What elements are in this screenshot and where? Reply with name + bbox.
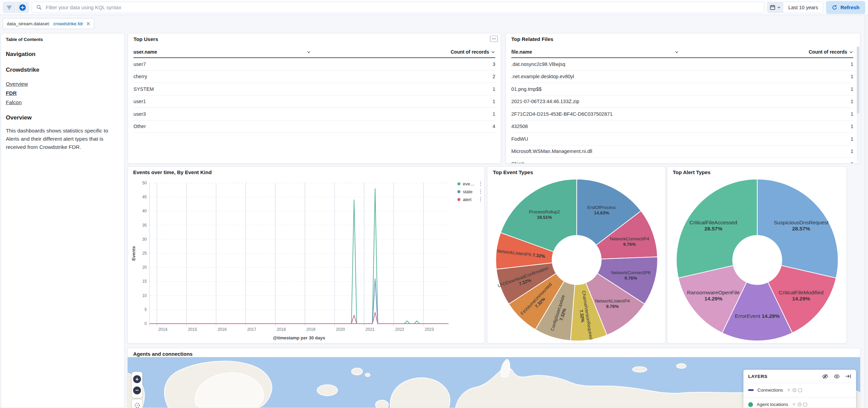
x-tick-label: 2020: [336, 327, 345, 332]
table-row[interactable]: ShipIt1: [511, 158, 853, 163]
toc-link-fdr[interactable]: FDR: [6, 90, 119, 96]
legend-menu-icon[interactable]: [480, 197, 482, 202]
layer-checkbox-icon[interactable]: [803, 403, 807, 407]
time-range-label: Last 10 years: [788, 5, 818, 10]
calendar-menu-button[interactable]: [767, 2, 783, 13]
y-tick-label: 15: [142, 279, 147, 284]
layer-row-connections[interactable]: Connections: [743, 383, 856, 397]
x-tick-label: 2023: [425, 327, 434, 332]
zoom-out-button[interactable]: −: [133, 386, 141, 394]
table-row[interactable]: user73: [133, 58, 495, 71]
kql-search-bar[interactable]: [32, 2, 764, 13]
x-tick-label: 2019: [306, 327, 315, 332]
map-layers-panel: LAYERS Conne: [743, 370, 856, 408]
close-icon[interactable]: [86, 22, 90, 26]
add-filter-button[interactable]: [16, 2, 29, 13]
table-row[interactable]: 2F71C2D4-D215-453E-BF4C-D6C0375028711: [511, 108, 853, 121]
table-row[interactable]: cherry2: [133, 71, 495, 83]
legend-label: state: [463, 189, 477, 194]
filter-pill[interactable]: data_stream.dataset: crowdstrike.fdr: [3, 18, 94, 29]
panel-title: Top Alert Types: [673, 169, 711, 175]
collapse-layers-icon[interactable]: [845, 374, 851, 379]
show-all-layers-icon[interactable]: [834, 374, 840, 379]
toc-link-falcon[interactable]: Falcon: [6, 99, 119, 105]
layer-time-icon[interactable]: [792, 388, 797, 392]
chevron-down-icon: [777, 6, 781, 9]
panel-options-button[interactable]: [490, 36, 498, 42]
sort-chevron-icon[interactable]: [307, 50, 311, 54]
cell-key: SYSTEM: [133, 86, 154, 92]
top-related-files-table: file.nameCount of records.dat.nosync2c98…: [511, 46, 853, 163]
time-range-button[interactable]: Last 10 years: [783, 2, 823, 13]
layer-filter-icon[interactable]: [792, 403, 796, 406]
layer-name[interactable]: Connections: [757, 388, 783, 393]
cell-value: 1: [851, 111, 853, 117]
y-tick-label: 50: [142, 181, 147, 185]
layer-name[interactable]: Agent locations: [757, 402, 788, 407]
table-row[interactable]: 4325081: [511, 121, 853, 133]
alert-types-donut-chart: SuspiciousDnsRequest28.57%CriticalFileMo…: [667, 175, 847, 343]
cell-key: 01.png.tmp$$: [511, 86, 542, 92]
table-row[interactable]: 2021-07-06T23:44:46.133Z.zip1: [511, 96, 853, 108]
legend-menu-icon[interactable]: [480, 189, 482, 194]
panel-title: Agents and connections: [133, 351, 193, 357]
series-line-alert: [150, 312, 449, 324]
layer-checkbox-icon[interactable]: [798, 388, 802, 392]
refresh-button[interactable]: Refresh: [826, 1, 865, 14]
hide-all-layers-icon[interactable]: [822, 374, 828, 379]
table-row[interactable]: .net.example.desktop.ev80yl1: [511, 71, 853, 83]
table-row[interactable]: .dat.nosync2c98.VBwjsq1: [511, 58, 853, 71]
legend-item[interactable]: state: [457, 189, 482, 194]
table-scrollbar[interactable]: [857, 46, 859, 162]
layer-row-agent-locations[interactable]: Agent locations: [743, 397, 856, 408]
column-header[interactable]: file.name: [511, 49, 532, 55]
toc-link-overview[interactable]: Overview: [6, 81, 119, 87]
column-header[interactable]: user.name: [133, 49, 157, 55]
y-tick-label: 20: [142, 265, 147, 270]
table-header-row: user.nameCount of records: [133, 46, 495, 58]
table-row[interactable]: Microsoft.WSMan.Management.ni.dll1: [511, 145, 853, 158]
cell-value: 1: [851, 136, 853, 142]
table-row[interactable]: user31: [133, 108, 495, 121]
legend-label: eve…: [463, 181, 477, 186]
cell-key: 2021-07-06T23:44:46.133Z.zip: [511, 99, 579, 104]
layer-time-icon[interactable]: [797, 402, 802, 407]
column-header[interactable]: Count of records: [451, 49, 489, 55]
zoom-in-button[interactable]: +: [133, 375, 141, 383]
legend-item[interactable]: eve…: [457, 181, 482, 186]
column-header[interactable]: Count of records: [809, 49, 847, 55]
table-row[interactable]: SYSTEM1: [133, 83, 495, 96]
y-gridlines: [150, 183, 449, 310]
filter-menu-button[interactable]: [3, 2, 16, 13]
table-row[interactable]: 01.png.tmp$$1: [511, 83, 853, 96]
x-tick-label: 2017: [247, 327, 256, 332]
cell-value: 1: [851, 86, 853, 92]
table-row[interactable]: Other4: [133, 121, 495, 133]
layer-line-swatch: [748, 389, 754, 391]
legend-menu-icon[interactable]: [480, 181, 482, 186]
map-zoom-controls: + −: [132, 372, 142, 398]
legend-item[interactable]: alert: [457, 197, 482, 202]
top-event-types-panel: Top Event Types EndOfProcess14.63%Networ…: [487, 166, 666, 343]
cell-key: ShipIt: [511, 161, 524, 163]
sort-chevron-icon[interactable]: [674, 50, 679, 54]
sort-chevron-icon[interactable]: [849, 50, 853, 54]
legend-dot: [457, 198, 460, 201]
layer-circle-swatch: [748, 402, 753, 407]
cell-key: cherry: [133, 74, 147, 79]
x-tick-label: 2022: [395, 327, 404, 332]
table-row[interactable]: FodWU1: [511, 133, 853, 145]
map-canvas[interactable]: + − LAYERS: [128, 357, 860, 408]
sort-chevron-icon[interactable]: [491, 50, 495, 54]
set-view-button[interactable]: [132, 399, 142, 408]
cell-key: FodWU: [511, 136, 528, 142]
y-tick-label: 5: [144, 307, 147, 312]
filter-pill-field: data_stream.dataset:: [7, 21, 50, 26]
layer-filter-icon[interactable]: [787, 388, 791, 392]
search-input[interactable]: [45, 4, 760, 11]
table-row[interactable]: user11: [133, 96, 495, 108]
x-tick-label: 2014: [158, 327, 168, 332]
cell-key: 432508: [511, 124, 528, 129]
page-scrollbar[interactable]: [864, 0, 868, 408]
cell-value: 1: [851, 124, 853, 129]
